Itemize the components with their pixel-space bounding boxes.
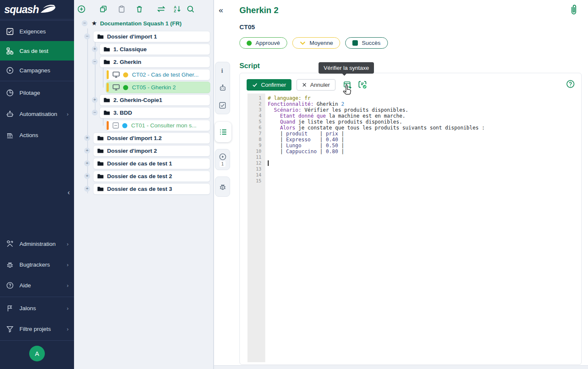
code-line[interactable]: # language: fr [268, 95, 576, 101]
tree-root-collapse-icon[interactable]: − [82, 20, 88, 26]
line-number-gutter: 123456789101112131415 [247, 94, 265, 362]
code-line[interactable]: Scénario: Vérifier les produits disponib… [268, 107, 576, 113]
code-line[interactable] [268, 166, 576, 172]
execution-badge-success[interactable]: Succès [345, 37, 387, 49]
delete-button[interactable] [135, 5, 143, 13]
code-line[interactable] [268, 160, 576, 166]
tab-information[interactable]: i [215, 64, 230, 77]
importance-badge-medium[interactable]: Moyenne [292, 37, 341, 49]
code-line[interactable]: Etant donné que la machine est en marche… [268, 113, 576, 119]
page-title: Gherkin 2 [239, 6, 278, 15]
tree-node[interactable]: 2. Gherkin-Copie1 [99, 94, 210, 106]
chevron-down-icon [299, 41, 306, 46]
requirements-checkbox-icon [5, 27, 14, 36]
tree-root-project[interactable]: − ★ Documentation Squash 1 (FR) [74, 19, 213, 27]
sidebar-item-aide[interactable]: Aide › [0, 275, 74, 296]
tree-node[interactable]: Dossier d'import 2 [93, 145, 210, 157]
sidebar-item-filtre-projets[interactable]: Filtre projets › [0, 319, 74, 339]
tree-expander-plus-icon[interactable]: + [84, 160, 90, 166]
sidebar-collapse-icon[interactable]: ‹ [68, 189, 70, 196]
code-line[interactable]: | Expresso | 0.40 | [268, 137, 576, 143]
sidebar-item-administration[interactable]: Administration › [0, 234, 74, 254]
tree-expander-minus-icon[interactable]: − [92, 110, 98, 116]
help-button[interactable] [566, 80, 575, 90]
tree-node[interactable]: CT05 - Gherkin 2 [106, 82, 210, 93]
tree-expander-plus-icon[interactable]: + [92, 46, 98, 52]
tree-expander-plus-icon[interactable]: + [84, 186, 90, 192]
tree-node[interactable]: CT02 - Cas de test Gher... [106, 69, 210, 80]
sidebar-item-actions[interactable]: Actions [0, 124, 74, 146]
check-syntax-button[interactable] [357, 80, 368, 90]
attachments-button[interactable] [569, 4, 579, 18]
favorite-star-icon: ★ [91, 19, 97, 27]
tree-expander-minus-icon[interactable]: − [92, 59, 98, 65]
sort-button[interactable]: AZ [173, 5, 181, 13]
tree-node[interactable]: 3. BDD [99, 107, 210, 118]
importance-badge-label: Moyenne [310, 40, 333, 46]
sidebar-item-exigences[interactable]: Exigences [0, 22, 74, 41]
tab-group-info: i [215, 62, 230, 114]
code-lines[interactable]: # language: frFonctionnalité: Gherkin 2 … [265, 94, 576, 362]
sidebar-item-cas-de-test[interactable]: Cas de test [0, 41, 74, 61]
user-avatar[interactable]: A [29, 346, 45, 361]
add-table-button[interactable] [343, 80, 352, 90]
tree-expander-minus-icon[interactable]: − [84, 33, 90, 39]
line-number: 14 [247, 172, 261, 178]
search-button[interactable] [187, 5, 195, 13]
tab-script-selected[interactable] [215, 122, 231, 142]
paste-button[interactable] [118, 5, 126, 13]
tree-node-label: 3. BDD [113, 110, 132, 116]
sidebar-item-bugtrackers[interactable]: Bugtrackers › [0, 254, 74, 275]
tree-toolbar: AZ [74, 0, 213, 18]
tree-node[interactable]: Dossier d'import 1.2 [93, 132, 210, 144]
cancel-button[interactable]: Annuler [297, 79, 335, 91]
tree-node[interactable]: Dossier de cas de test 2 [93, 171, 210, 182]
copy-button[interactable] [99, 5, 107, 13]
code-line[interactable]: | produit | prix | [268, 131, 576, 137]
tree-expander-plus-icon[interactable]: + [84, 148, 90, 154]
code-line[interactable]: Alors je constate que tous les produits … [268, 125, 576, 131]
add-button[interactable] [77, 5, 85, 13]
sidebar-item-automatisation[interactable]: Automatisation › [0, 103, 74, 124]
sidebar-item-campagnes[interactable]: Campagnes [0, 61, 74, 80]
code-line[interactable]: Fonctionnalité: Gherkin 2 [268, 101, 576, 107]
tab-executions[interactable]: 1 [215, 150, 230, 169]
tree-node-label: Dossier de cas de test 3 [107, 186, 172, 192]
tree-expander-plus-icon[interactable]: + [92, 97, 98, 103]
status-badge-label: Approuvé [256, 40, 280, 46]
tree-row: +Dossier de cas de test 1 [74, 158, 213, 171]
code-line[interactable] [268, 178, 576, 184]
collapse-panel-icon[interactable]: « [219, 6, 223, 15]
sidebar-item-jalons[interactable]: Jalons › [0, 298, 74, 319]
tab-verified-requirements[interactable] [215, 99, 230, 112]
tree-node[interactable]: Dossier d'import 1 [93, 31, 210, 42]
tab-automation[interactable] [215, 81, 230, 94]
text-cursor [268, 160, 269, 166]
code-line[interactable] [268, 172, 576, 178]
code-line[interactable]: | Cappuccino | 0.80 | [268, 149, 576, 154]
tree-node[interactable]: Dossier de cas de test 3 [93, 183, 210, 195]
folder-icon [104, 47, 110, 52]
transfer-button[interactable] [156, 5, 166, 13]
automation-status-bar [107, 70, 109, 79]
confirm-button[interactable]: Confirmer [247, 79, 291, 91]
gherkin-code-editor[interactable]: 123456789101112131415 # language: frFonc… [247, 94, 576, 362]
tree-node[interactable]: 2. Gherkin [99, 56, 210, 68]
tree-expander-plus-icon[interactable]: + [84, 135, 90, 141]
tab-known-issues[interactable] [215, 180, 230, 193]
test-case-tree-panel: AZ − ★ Documentation Squash 1 (FR) −Doss… [74, 0, 214, 369]
tree-expander-plus-icon[interactable]: + [84, 173, 90, 179]
sidebar-item-label: Filtre projets [19, 326, 51, 332]
logo-swoosh-icon [40, 3, 56, 16]
sidebar-item-pilotage[interactable]: Pilotage [0, 82, 74, 103]
line-number: 1 [247, 95, 261, 101]
code-line[interactable]: Quand je liste les produits disponibles. [268, 119, 576, 125]
code-line[interactable] [268, 154, 576, 160]
code-line[interactable]: | Lungo | 0.50 | [268, 143, 576, 149]
tree-node[interactable]: CT01 - Consulter mon s... [106, 120, 210, 131]
status-badge-approved[interactable]: Approuvé [239, 37, 287, 49]
tree-node[interactable]: Dossier de cas de test 1 [93, 158, 210, 169]
tree-node[interactable]: 1. Classique [99, 44, 210, 55]
sidebar-item-label: Jalons [19, 305, 36, 311]
tree-row: CT05 - Gherkin 2 [74, 82, 213, 94]
